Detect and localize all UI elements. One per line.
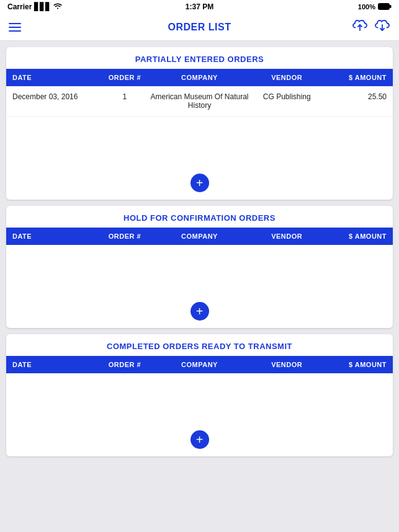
row-vendor: CG Publishing bbox=[249, 92, 325, 110]
table-header-hold-confirmation: DATE ORDER # COMPANY VENDOR $ AMOUNT bbox=[6, 228, 393, 245]
add-completed-orders-button[interactable]: + bbox=[191, 430, 209, 449]
section-title-partially-entered: PARTIALLY ENTERED ORDERS bbox=[6, 47, 393, 69]
header-date-2: DATE bbox=[12, 233, 100, 240]
nav-left bbox=[9, 23, 21, 32]
battery-icon bbox=[378, 3, 392, 11]
wifi-icon bbox=[53, 2, 62, 11]
carrier-label: Carrier bbox=[7, 2, 32, 11]
empty-area-2 bbox=[6, 245, 393, 295]
section-title-completed-orders: COMPLETED ORDERS READY TO TRANSMIT bbox=[6, 334, 393, 356]
header-amount-2: $ AMOUNT bbox=[325, 233, 387, 240]
add-partially-entered-button[interactable]: + bbox=[191, 174, 209, 192]
header-company-2: COMPANY bbox=[150, 233, 249, 240]
hold-confirmation-section: HOLD FOR CONFIRMATION ORDERS DATE ORDER … bbox=[6, 206, 393, 328]
header-vendor-2: VENDOR bbox=[249, 233, 325, 240]
status-right: 100% bbox=[358, 3, 392, 11]
header-order-2: ORDER # bbox=[100, 233, 150, 240]
nav-bar: ORDER LIST bbox=[0, 14, 399, 41]
empty-area-1 bbox=[6, 117, 393, 166]
cloud-download-button[interactable] bbox=[374, 19, 390, 35]
header-company-3: COMPANY bbox=[150, 361, 249, 368]
hamburger-menu-button[interactable] bbox=[9, 23, 21, 32]
row-company: American Museum Of Natural History bbox=[150, 92, 249, 110]
section-title-hold-confirmation: HOLD FOR CONFIRMATION ORDERS bbox=[6, 206, 393, 228]
nav-right bbox=[352, 19, 390, 35]
header-vendor-1: VENDOR bbox=[249, 74, 325, 81]
header-order-3: ORDER # bbox=[100, 361, 150, 368]
header-vendor-3: VENDOR bbox=[249, 361, 325, 368]
header-order-1: ORDER # bbox=[100, 74, 150, 81]
row-date: December 03, 2016 bbox=[12, 92, 100, 110]
battery-percent: 100% bbox=[358, 3, 375, 11]
add-btn-area-2: + bbox=[6, 295, 393, 328]
add-btn-area-3: + bbox=[6, 423, 393, 456]
svg-rect-1 bbox=[390, 5, 392, 8]
signal-icon: ▋▋▋ bbox=[34, 2, 51, 11]
status-left: Carrier ▋▋▋ bbox=[7, 2, 62, 11]
status-time: 1:37 PM bbox=[186, 2, 213, 11]
main-content: PARTIALLY ENTERED ORDERS DATE ORDER # CO… bbox=[0, 41, 399, 463]
header-date-3: DATE bbox=[12, 361, 100, 368]
empty-area-3 bbox=[6, 373, 393, 423]
partially-entered-section: PARTIALLY ENTERED ORDERS DATE ORDER # CO… bbox=[6, 47, 393, 200]
add-btn-area-1: + bbox=[6, 166, 393, 200]
table-header-partially-entered: DATE ORDER # COMPANY VENDOR $ AMOUNT bbox=[6, 69, 393, 86]
nav-title: ORDER LIST bbox=[168, 22, 231, 33]
table-row[interactable]: December 03, 2016 1 American Museum Of N… bbox=[6, 86, 393, 117]
cloud-upload-button[interactable] bbox=[352, 19, 368, 35]
svg-rect-0 bbox=[379, 3, 390, 9]
status-bar: Carrier ▋▋▋ 1:37 PM 100% bbox=[0, 0, 399, 14]
row-order: 1 bbox=[100, 92, 150, 110]
add-hold-confirmation-button[interactable]: + bbox=[191, 302, 209, 321]
header-date-1: DATE bbox=[12, 74, 100, 81]
table-header-completed-orders: DATE ORDER # COMPANY VENDOR $ AMOUNT bbox=[6, 356, 393, 373]
header-amount-1: $ AMOUNT bbox=[325, 74, 387, 81]
row-amount: 25.50 bbox=[325, 92, 387, 110]
completed-orders-section: COMPLETED ORDERS READY TO TRANSMIT DATE … bbox=[6, 334, 393, 456]
header-company-1: COMPANY bbox=[150, 74, 249, 81]
header-amount-3: $ AMOUNT bbox=[325, 361, 387, 368]
